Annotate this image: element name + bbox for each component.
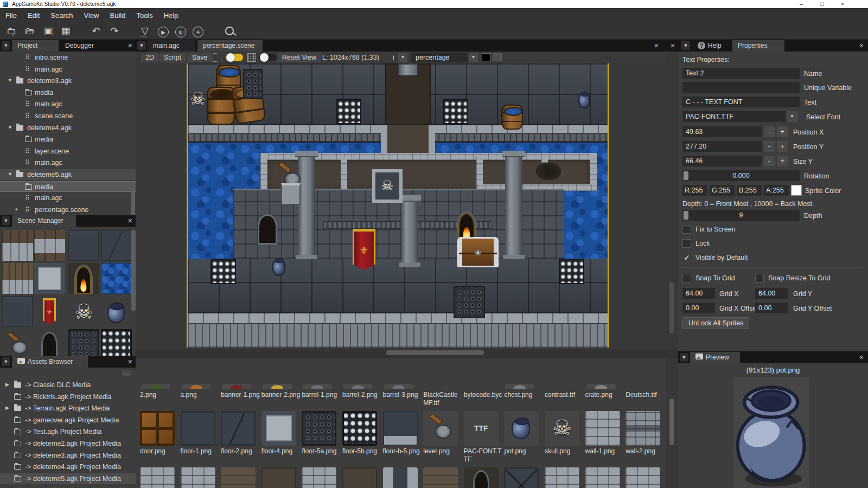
sprite-banner[interactable] bbox=[353, 229, 375, 270]
scene-select-combo[interactable]: percentage bbox=[411, 53, 468, 62]
menu-build[interactable]: Build bbox=[105, 8, 131, 23]
tree-item-main.agc[interactable]: ⠿main.agc bbox=[0, 64, 136, 75]
tab-assets-browser[interactable]: Assets Browser bbox=[12, 356, 88, 368]
sprite-dots[interactable] bbox=[243, 69, 263, 99]
sprite-chest[interactable] bbox=[457, 237, 499, 267]
thumb-sliver[interactable] bbox=[303, 384, 332, 389]
rotation-slider[interactable]: 0.000 bbox=[682, 170, 800, 181]
thumb-sliver[interactable] bbox=[343, 384, 373, 389]
sprite-brick[interactable] bbox=[260, 153, 267, 191]
panel-menu-icon[interactable]: ▼ bbox=[680, 353, 688, 362]
size-y-minus-button[interactable]: - bbox=[764, 156, 775, 166]
media-file-banner-1.png[interactable]: banner-1.png bbox=[221, 391, 260, 399]
media-file-BlackCastleMF.ttf[interactable]: BlackCastleMF.ttf bbox=[423, 391, 462, 407]
media-thumb-floor-5b.png[interactable] bbox=[342, 411, 377, 446]
scene-tile-water[interactable] bbox=[101, 263, 132, 294]
media-file-floor-5b.png[interactable]: floor-5b.png bbox=[342, 447, 381, 455]
editor-tab-percentage.scene[interactable]: percentage.scene bbox=[197, 40, 263, 52]
media-thumb-lever.png[interactable] bbox=[423, 411, 458, 446]
thumb-sliver[interactable] bbox=[505, 384, 534, 389]
visible-by-default-checkbox[interactable]: ✓ bbox=[682, 253, 691, 262]
font-dropdown-icon[interactable]: ▼ bbox=[787, 111, 797, 122]
media-file-banner-2.png[interactable]: banner-2.png bbox=[261, 391, 301, 399]
new-project-icon[interactable]: 🗀+ bbox=[4, 24, 18, 37]
media-file-skull.png[interactable]: skull.png bbox=[545, 447, 584, 455]
media-thumb-floor-5a.png[interactable] bbox=[302, 411, 336, 446]
tree-item-deleteme5.agk[interactable]: ▼deleteme5.agk bbox=[0, 169, 136, 180]
undo-icon[interactable]: ↶ bbox=[89, 24, 103, 37]
media-file-floor-1.png[interactable]: floor-1.png bbox=[181, 447, 220, 455]
color-r-field[interactable]: R:255 bbox=[682, 185, 707, 196]
menu-tools[interactable]: Tools bbox=[131, 8, 158, 23]
menu-edit[interactable]: Edit bbox=[22, 8, 45, 23]
snap-resize-checkbox[interactable] bbox=[755, 274, 764, 282]
media-thumb-row3[interactable] bbox=[181, 467, 215, 488]
debug-icon[interactable]: ✳ bbox=[191, 24, 205, 37]
position-x-field[interactable]: 49.63 bbox=[682, 126, 762, 137]
scene-tile-dark2[interactable] bbox=[2, 296, 33, 327]
save-icon[interactable]: ▣ bbox=[41, 24, 55, 37]
panel-menu-icon[interactable]: ▼ bbox=[2, 41, 10, 50]
sprite-potsmall[interactable] bbox=[272, 259, 285, 276]
media-thumb-door.png[interactable] bbox=[140, 411, 175, 446]
scene-tile-darkcrack[interactable] bbox=[101, 230, 132, 261]
text-field[interactable]: C - - - TEXT FONT bbox=[682, 97, 800, 107]
sprite-pillartop[interactable] bbox=[398, 63, 418, 75]
asset-item[interactable]: -> gameover.agk Project Media bbox=[0, 415, 136, 426]
menu-file[interactable]: File bbox=[0, 8, 22, 23]
overlay-toggle[interactable] bbox=[259, 54, 277, 61]
scene-tile-fire[interactable] bbox=[68, 263, 99, 294]
close-dock-icon[interactable]: × bbox=[668, 41, 677, 50]
tab-project[interactable]: Project bbox=[12, 40, 59, 52]
tab-properties[interactable]: Properties bbox=[732, 40, 784, 52]
media-file-Deutsch.ttf[interactable]: Deutsch.ttf bbox=[626, 391, 665, 399]
asset-item[interactable]: -> deleteme5.agk Project Media bbox=[0, 473, 136, 484]
media-thumb-PAC-FONT.TTF[interactable]: TTF bbox=[464, 411, 499, 446]
asset-item[interactable]: ▶-> Terrain.agk Project Media bbox=[0, 403, 136, 414]
sprite-plaque[interactable] bbox=[372, 169, 403, 203]
menu-search[interactable]: Search bbox=[45, 8, 78, 23]
sprite-spikes[interactable] bbox=[210, 259, 236, 284]
panel-menu-icon[interactable]: ▼ bbox=[2, 357, 10, 366]
grid-y-field[interactable]: 64.00 bbox=[755, 288, 788, 299]
sprite-pillar[interactable] bbox=[401, 198, 418, 265]
media-thumb-row3[interactable] bbox=[504, 467, 539, 488]
media-thumb-floor-4.png[interactable] bbox=[261, 411, 296, 446]
thumb-sliver[interactable] bbox=[222, 384, 251, 389]
lock-checkbox[interactable] bbox=[682, 239, 691, 248]
sprite-spikes[interactable] bbox=[559, 259, 584, 284]
sprite-barrel[interactable] bbox=[501, 105, 523, 130]
sprite-spikes[interactable] bbox=[443, 99, 468, 124]
name-field[interactable]: Text 2 bbox=[682, 68, 800, 79]
depth-slider[interactable]: 9 bbox=[682, 210, 800, 221]
media-file-PAC-FONT.TTF[interactable]: PAC-FONT.TTF bbox=[464, 447, 503, 464]
media-file-barrel-1.png[interactable]: barrel-1.png bbox=[302, 391, 341, 399]
asset-item[interactable]: -> deleteme2.agk Project Media bbox=[0, 438, 136, 449]
color-b-field[interactable]: B:255 bbox=[737, 185, 762, 196]
scene-tile-spikes[interactable] bbox=[101, 329, 132, 356]
media-file-pot.png[interactable]: pot.png bbox=[504, 447, 543, 455]
scene-tile-walldirt3[interactable] bbox=[2, 263, 33, 294]
close-project-panel-icon[interactable]: × bbox=[126, 41, 135, 50]
menu-help[interactable]: Help bbox=[158, 8, 184, 23]
media-file-floor-5a.png[interactable]: floor-5a.png bbox=[302, 447, 341, 455]
media-file-floor-2.png[interactable]: floor-2.png bbox=[221, 447, 260, 455]
close-editor-tab-icon[interactable]: × bbox=[652, 41, 661, 50]
editor-tab-main.agc[interactable]: main.agc bbox=[148, 40, 195, 52]
canvas-h-scrollbar[interactable] bbox=[386, 350, 484, 355]
scene-tile-dots[interactable] bbox=[68, 329, 99, 356]
asset-item[interactable]: ▶-> Classic DLC Media bbox=[0, 380, 136, 390]
close-scene-manager-icon[interactable]: × bbox=[126, 216, 135, 226]
tree-item-percentage.scene[interactable]: •⠿percentage.scene bbox=[0, 204, 136, 215]
color-g-field[interactable]: G:255 bbox=[710, 185, 735, 196]
panel-menu-icon[interactable]: ▼ bbox=[137, 41, 146, 50]
unlock-all-sprites-button[interactable]: UnLock All Sprites bbox=[682, 317, 749, 329]
tree-item-deleteme4.agk[interactable]: ▼deleteme4.agk bbox=[0, 123, 136, 133]
tree-item-deleteme3.agk[interactable]: ▼deleteme3.agk bbox=[0, 75, 136, 86]
grid-snap-toggle-icon[interactable] bbox=[213, 53, 221, 62]
expand-arrow-icon[interactable]: ▼ bbox=[8, 78, 12, 83]
tab-scene-manager[interactable]: Scene Manager bbox=[12, 215, 76, 227]
sprite-barrel[interactable] bbox=[207, 87, 235, 125]
position-x-plus-button[interactable]: + bbox=[777, 126, 788, 137]
mode-2d-button[interactable]: 2D bbox=[141, 53, 158, 62]
